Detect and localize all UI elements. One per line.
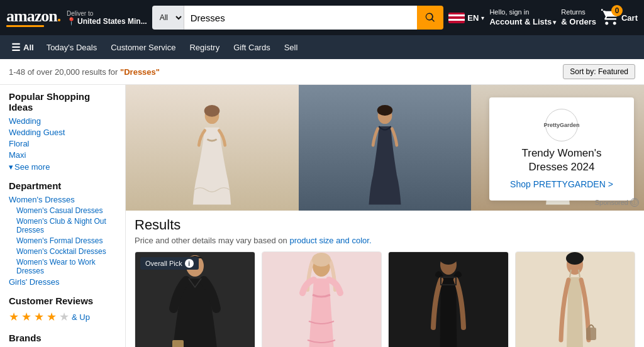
product-grid: Overall Pick i: [126, 251, 644, 347]
results-subtitle: Price and other details may vary based o…: [135, 236, 635, 245]
customer-reviews-title: Customer Reviews: [9, 295, 116, 306]
star-1: ★: [9, 310, 19, 324]
brand-logo-circle: PrettyGarden: [545, 109, 578, 141]
product-card-1[interactable]: Overall Pick i: [135, 251, 255, 347]
banner-card[interactable]: PrettyGarden Trendy Women's Dresses 2024…: [489, 97, 634, 201]
banner-image-1: [126, 85, 299, 211]
search-bar: All: [152, 6, 444, 30]
star-3: ★: [34, 310, 44, 324]
customer-reviews-section: Customer Reviews ★ ★ ★ ★ ★ & Up: [9, 295, 116, 324]
product-size-color-link[interactable]: product size and color.: [289, 236, 371, 245]
nav-item-registry[interactable]: Registry: [183, 39, 226, 56]
banner-image-2: [299, 85, 472, 211]
banner-shop-link[interactable]: Shop PRETTYGARDEN >: [510, 179, 613, 189]
logo[interactable]: amazon.: [6, 8, 62, 27]
popular-shopping-section: Popular Shopping Ideas Wedding Wedding G…: [9, 91, 116, 172]
department-section: Department Women's Dresses Women's Casua…: [9, 180, 116, 287]
nav-item-sell[interactable]: Sell: [278, 39, 304, 56]
sidebar: Popular Shopping Ideas Wedding Wedding G…: [0, 85, 126, 347]
popular-shopping-title: Popular Shopping Ideas: [9, 91, 116, 113]
product-dress-figure-4: [543, 252, 606, 347]
cart-count: 0: [611, 5, 623, 16]
content-area: PrettyGarden Trendy Women's Dresses 2024…: [126, 85, 644, 347]
brands-title: Brands: [9, 333, 116, 343]
nav-bar: ☰ All Today's Deals Customer Service Reg…: [0, 35, 644, 59]
deliver-to[interactable]: Deliver to 📍 United States Min...: [67, 10, 147, 26]
star-rating-filter[interactable]: ★ ★ ★ ★ ★ & Up: [9, 310, 116, 324]
star-4: ★: [47, 310, 57, 324]
nav-item-customer-service[interactable]: Customer Service: [104, 39, 182, 56]
deliver-location: 📍 United States Min...: [67, 17, 147, 26]
dept-formal-dresses[interactable]: Women's Formal Dresses: [9, 236, 116, 245]
popular-link-floral[interactable]: Floral: [9, 139, 116, 148]
nav-all[interactable]: ☰ All: [6, 38, 39, 57]
dept-girls-dresses[interactable]: Girls' Dresses: [9, 277, 116, 287]
product-dress-figure-3: [417, 252, 480, 347]
svg-point-1: [204, 105, 220, 117]
results-section: Results Price and other details may vary…: [126, 211, 644, 251]
star-2: ★: [21, 310, 31, 324]
nav-item-gift-cards[interactable]: Gift Cards: [227, 39, 277, 56]
deliver-label: Deliver to: [67, 10, 147, 17]
account-dropdown-icon: ▾: [553, 18, 556, 26]
popular-see-more[interactable]: ▾ See more: [9, 162, 116, 172]
hamburger-icon: ☰: [11, 41, 20, 53]
cart-label: Cart: [621, 13, 638, 23]
returns-sub: & Orders: [561, 17, 596, 28]
product-card-4[interactable]: [515, 251, 636, 347]
search-button[interactable]: [417, 6, 443, 30]
account-links[interactable]: Hello, sign in Account & Lists ▾: [489, 8, 556, 27]
language-label: EN: [467, 13, 479, 23]
all-label: All: [23, 43, 34, 52]
amazon-logo-text: amazon.: [6, 8, 60, 25]
results-bar: 1-48 of over 20,000 results for "Dresses…: [0, 59, 644, 85]
results-count: 1-48 of over 20,000 results for "Dresses…: [9, 67, 160, 77]
product-card-3[interactable]: [388, 251, 509, 347]
popular-link-maxi[interactable]: Maxi: [9, 150, 116, 160]
svg-rect-20: [586, 328, 596, 340]
sponsored-banner[interactable]: PrettyGarden Trendy Women's Dresses 2024…: [126, 85, 644, 211]
popular-link-wedding[interactable]: Wedding: [9, 116, 116, 126]
main-layout: Popular Shopping Ideas Wedding Wedding G…: [0, 85, 644, 347]
svg-point-14: [440, 252, 457, 265]
search-query: "Dresses": [120, 67, 160, 77]
account-sub: Account & Lists ▾: [489, 17, 556, 28]
returns-label: Returns: [561, 8, 596, 16]
dept-club-night-dresses[interactable]: Women's Club & Night Out Dresses: [9, 217, 116, 234]
returns-orders[interactable]: Returns & Orders: [561, 8, 596, 27]
search-icon: [425, 12, 436, 23]
svg-point-12: [312, 253, 331, 267]
search-input[interactable]: [184, 6, 418, 30]
svg-rect-10: [172, 340, 184, 347]
search-category-select[interactable]: All: [152, 6, 184, 30]
product-dress-figure-2: [290, 252, 353, 347]
dept-cocktail-dresses[interactable]: Women's Cocktail Dresses: [9, 247, 116, 256]
cart-area[interactable]: 0 Cart: [601, 8, 638, 28]
language-selector[interactable]: EN ▾: [448, 13, 484, 23]
header: amazon. Deliver to 📍 United States Min..…: [0, 0, 644, 35]
results-title: Results: [135, 217, 635, 233]
product-image-4: [516, 252, 635, 347]
dept-work-dresses[interactable]: Women's Wear to Work Dresses: [9, 258, 116, 275]
department-title: Department: [9, 180, 116, 191]
badge-info-icon: i: [185, 259, 194, 268]
chevron-down-icon: ▾: [9, 162, 13, 172]
overall-pick-badge: Overall Pick i: [140, 257, 199, 270]
dress-figure-2: [360, 104, 410, 211]
svg-point-3: [377, 105, 393, 116]
sponsored-label: Sponsored ⓘ: [595, 198, 639, 207]
svg-point-17: [566, 252, 584, 265]
language-dropdown-icon: ▾: [481, 14, 484, 21]
sort-button[interactable]: Sort by: Featured: [563, 64, 635, 79]
nav-item-todays-deals[interactable]: Today's Deals: [40, 39, 104, 56]
popular-link-wedding-guest[interactable]: Wedding Guest: [9, 128, 116, 137]
dept-casual-dresses[interactable]: Women's Casual Dresses: [9, 206, 116, 215]
product-card-2[interactable]: [262, 251, 382, 347]
info-icon[interactable]: ⓘ: [630, 198, 639, 207]
dept-womens-dresses[interactable]: Women's Dresses: [9, 195, 116, 204]
and-up-label: & Up: [72, 312, 90, 322]
star-5: ★: [59, 310, 69, 324]
product-image-3: [389, 252, 508, 347]
banner-title: Trendy Women's Dresses 2024: [501, 146, 623, 174]
product-image-2: [262, 252, 382, 347]
